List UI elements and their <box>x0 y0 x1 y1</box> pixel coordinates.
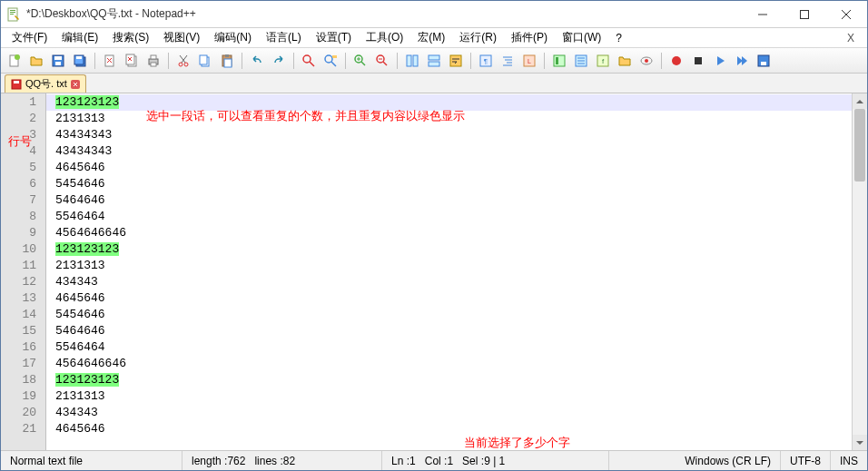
vertical-scrollbar[interactable] <box>852 93 867 450</box>
svg-point-27 <box>184 63 188 66</box>
menu-window[interactable]: 窗口(W) <box>555 28 608 47</box>
code-line[interactable]: 5454646 <box>46 307 852 323</box>
wordwrap-button[interactable] <box>446 51 466 71</box>
highlighted-text: 123123123 <box>55 373 119 387</box>
monitoring-button[interactable] <box>636 51 656 71</box>
new-file-button[interactable] <box>5 51 25 71</box>
code-line[interactable]: 43434343 <box>46 127 852 143</box>
code-line[interactable]: 434343 <box>46 405 852 421</box>
code-line[interactable]: 5464646 <box>46 323 852 339</box>
svg-rect-61 <box>556 57 558 64</box>
minimize-button[interactable] <box>742 1 784 27</box>
cut-button[interactable] <box>173 51 193 71</box>
scroll-thumb[interactable] <box>854 109 865 182</box>
tab-label: QQ号. txt <box>25 77 67 91</box>
sync-h-button[interactable] <box>424 51 444 71</box>
tab-close-icon[interactable] <box>71 80 80 89</box>
window-buttons <box>742 1 867 27</box>
save-all-button[interactable] <box>70 51 90 71</box>
doc-map-button[interactable] <box>549 51 569 71</box>
code-line[interactable]: 5546464 <box>46 339 852 356</box>
line-number: 19 <box>1 388 45 405</box>
code-line[interactable]: 2131313 <box>46 388 852 405</box>
redo-button[interactable] <box>269 51 289 71</box>
app-window: *D:\Deskbox\QQ号.txt - Notepad++ 文件(F) 编辑… <box>0 0 868 471</box>
svg-rect-47 <box>407 55 411 66</box>
line-number: 20 <box>1 405 45 421</box>
menu-view[interactable]: 视图(V) <box>156 28 207 47</box>
code-line[interactable]: 4645646 <box>46 421 852 437</box>
udl-button[interactable]: L <box>519 51 539 71</box>
show-all-chars-button[interactable]: ¶ <box>476 51 496 71</box>
close-button[interactable] <box>825 1 867 27</box>
code-line[interactable]: 4645646 <box>46 160 852 176</box>
indent-guide-button[interactable] <box>498 51 518 71</box>
status-mode[interactable]: INS <box>831 451 867 470</box>
svg-rect-11 <box>54 56 62 60</box>
code-line[interactable]: 123123123 <box>46 241 852 258</box>
close-file-button[interactable] <box>100 51 120 71</box>
play-multi-button[interactable] <box>732 51 752 71</box>
menu-plugins[interactable]: 插件(P) <box>504 28 555 47</box>
statusbar: Normal text file length : 762 lines : 82… <box>1 450 867 470</box>
zoom-out-button[interactable] <box>372 51 392 71</box>
open-file-button[interactable] <box>26 51 46 71</box>
print-button[interactable] <box>143 51 163 71</box>
code-line[interactable]: 2131313 <box>46 258 852 274</box>
svg-rect-15 <box>76 56 82 59</box>
menu-tools[interactable]: 工具(O) <box>359 28 410 47</box>
close-doc-button[interactable]: X <box>838 32 863 44</box>
line-number: 1 <box>1 94 45 111</box>
menu-language[interactable]: 语言(L) <box>259 28 309 47</box>
code-line[interactable]: 5546464 <box>46 209 852 225</box>
line-number: 5 <box>1 160 45 176</box>
doc-list-button[interactable] <box>571 51 591 71</box>
code-editor[interactable]: 选中一段话，可以查看重复的个数，并且重复内容以绿色显示 行号 当前选择了多少个字… <box>46 93 852 450</box>
find-button[interactable] <box>299 51 319 71</box>
menu-file[interactable]: 文件(F) <box>5 28 54 47</box>
code-line[interactable]: 4564646646 <box>46 356 852 372</box>
code-line[interactable]: 123123123 <box>46 372 852 388</box>
svg-line-45 <box>383 62 387 65</box>
menu-edit[interactable]: 编辑(E) <box>54 28 105 47</box>
close-all-button[interactable] <box>122 51 142 71</box>
maximize-button[interactable] <box>784 1 825 27</box>
menu-search[interactable]: 搜索(S) <box>105 28 156 47</box>
menu-run[interactable]: 运行(R) <box>452 28 504 47</box>
svg-rect-60 <box>554 55 565 66</box>
code-line[interactable]: 4645646 <box>46 290 852 307</box>
line-number: 16 <box>1 339 45 356</box>
menu-encoding[interactable]: 编码(N) <box>207 28 259 47</box>
status-eol[interactable]: Windows (CR LF) <box>676 451 781 470</box>
sync-v-button[interactable] <box>402 51 422 71</box>
svg-rect-33 <box>225 54 229 57</box>
record-macro-button[interactable] <box>666 51 686 71</box>
scroll-down-button[interactable] <box>853 435 867 450</box>
save-button[interactable] <box>48 51 68 71</box>
line-number: 9 <box>1 225 45 241</box>
menu-settings[interactable]: 设置(T) <box>309 28 359 47</box>
file-tab[interactable]: QQ号. txt <box>5 74 86 93</box>
zoom-in-button[interactable] <box>350 51 370 71</box>
code-line[interactable]: 43434343 <box>46 143 852 160</box>
folder-panel-button[interactable] <box>615 51 635 71</box>
replace-button[interactable] <box>321 51 340 71</box>
status-encoding[interactable]: UTF-8 <box>781 451 831 470</box>
svg-rect-1 <box>10 10 15 11</box>
code-line[interactable]: 5454646 <box>46 176 852 192</box>
func-list-button[interactable]: f <box>593 51 613 71</box>
paste-button[interactable] <box>217 51 237 71</box>
undo-button[interactable] <box>247 51 267 71</box>
code-line[interactable]: 5464646 <box>46 192 852 209</box>
play-macro-button[interactable] <box>710 51 730 71</box>
line-number: 8 <box>1 209 45 225</box>
scroll-up-button[interactable] <box>853 93 867 109</box>
save-macro-button[interactable] <box>754 51 774 71</box>
copy-button[interactable] <box>195 51 215 71</box>
svg-rect-51 <box>450 55 461 66</box>
menu-macro[interactable]: 宏(M) <box>410 28 452 47</box>
code-line[interactable]: 4564646646 <box>46 225 852 241</box>
code-line[interactable]: 434343 <box>46 274 852 290</box>
menu-help[interactable]: ? <box>608 30 629 46</box>
stop-macro-button[interactable] <box>688 51 708 71</box>
